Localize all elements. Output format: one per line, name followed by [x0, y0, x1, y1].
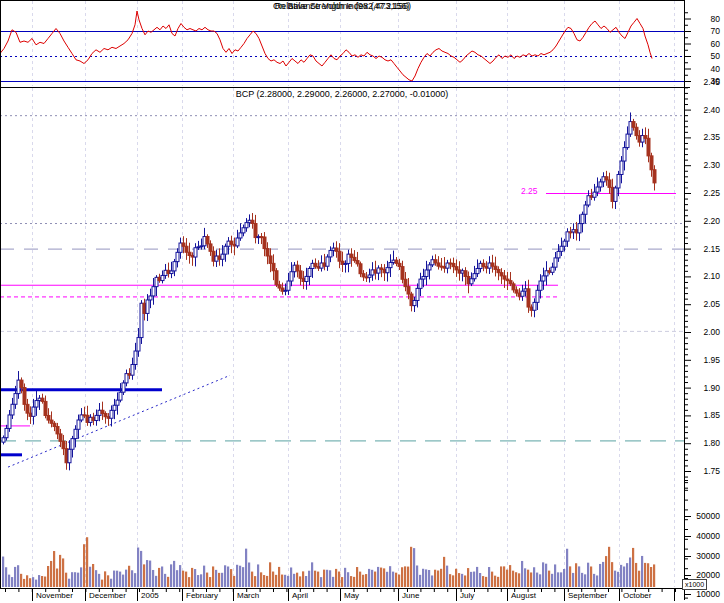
price-axis-label: 1.95	[684, 355, 722, 365]
price-axis-label: 2.40	[684, 105, 722, 115]
volume-axis-label: 10000	[684, 589, 722, 599]
month-label: September	[568, 591, 607, 600]
price-axis-label: 2.20	[684, 216, 722, 226]
candlestick-series	[2, 112, 656, 470]
price-axis-label: 2.10	[684, 271, 722, 281]
price-axis-label: 1.85	[684, 410, 722, 420]
price-axis-label: 2.30	[684, 160, 722, 170]
volume-series	[2, 537, 655, 587]
volume-axis-label: 30000	[684, 551, 722, 561]
price-axis-label: 2.05	[684, 299, 722, 309]
rsi-axis-label: 80	[684, 14, 722, 24]
rsi-axis-label: 50	[684, 51, 722, 61]
month-label: August	[511, 591, 536, 600]
rsi-axis-label: 70	[684, 26, 722, 36]
rsi-axis-label: 60	[684, 39, 722, 49]
month-label: July	[460, 591, 474, 600]
volume-axis-label: 20000	[684, 570, 722, 580]
rsi-line	[0, 11, 652, 81]
volume-axis-label: 50000	[684, 511, 722, 521]
price-axis-label: 2.45	[684, 77, 722, 87]
price-axis-label: 1.80	[684, 438, 722, 448]
price-axis-label: 2.35	[684, 132, 722, 142]
month-label: June	[402, 591, 419, 600]
price-axis-label: 2.25	[684, 188, 722, 198]
month-label: April	[292, 591, 308, 600]
price-axis-label: 2.00	[684, 327, 722, 337]
rsi-axis-label: 40	[684, 64, 722, 74]
month-label: October	[623, 591, 651, 600]
price-axis-label: 1.90	[684, 383, 722, 393]
stock-chart-window: On Balance Volume (982,473,156) Relative…	[0, 0, 724, 603]
price-line-annotation-2-25: 2.25	[521, 186, 538, 196]
price-panel-title: BCP (2.28000, 2.29000, 2.26000, 2.27000,…	[0, 89, 684, 99]
price-axis-label: 2.15	[684, 244, 722, 254]
rsi-panel-title-rsi: Relative Strength Index (47.2156)	[0, 1, 684, 11]
month-label: 2005	[141, 591, 159, 600]
month-label: May	[344, 591, 359, 600]
month-label: February	[186, 591, 218, 600]
month-label: November	[36, 591, 73, 600]
month-label: March	[237, 591, 259, 600]
volume-axis-label: 40000	[684, 531, 722, 541]
month-label: December	[89, 591, 126, 600]
price-axis-label: 1.75	[684, 466, 722, 476]
